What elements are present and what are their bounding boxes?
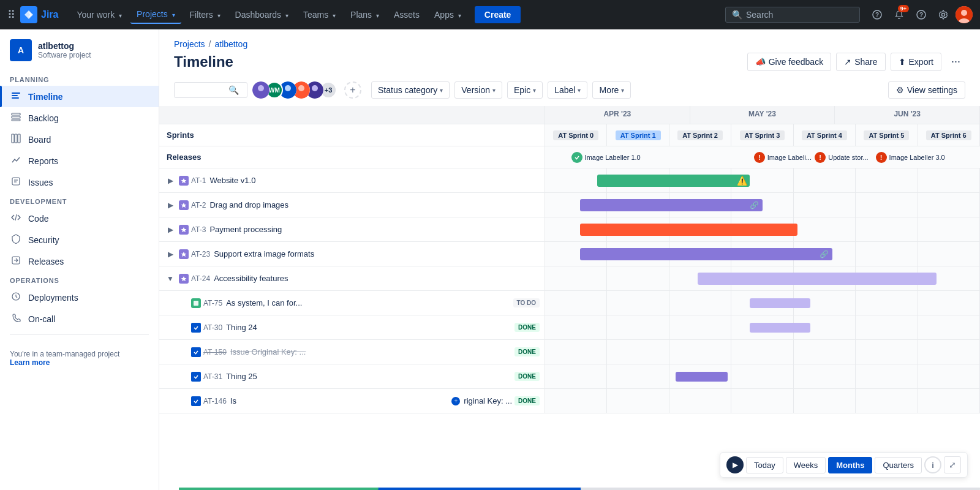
more-filter[interactable]: More ▾ xyxy=(592,81,631,99)
at24-gantt-bar[interactable] xyxy=(698,273,937,285)
avatar-1[interactable] xyxy=(252,81,270,99)
nav-assets[interactable]: Assets xyxy=(388,6,426,23)
help-icon[interactable]: ? xyxy=(911,5,931,24)
at150-status: DONE xyxy=(514,347,540,356)
at75-type-icon xyxy=(191,298,201,308)
svg-rect-12 xyxy=(18,134,20,143)
nav-plans[interactable]: Plans ▾ xyxy=(344,6,385,23)
nav-filters[interactable]: Filters ▾ xyxy=(184,6,227,23)
at150-right xyxy=(545,340,980,364)
info-button[interactable]: i xyxy=(924,456,941,473)
bottom-navigation-bar: ▶ Today Weeks Months Quarters i ⤢ xyxy=(720,452,968,478)
month-may: MAY '23 xyxy=(690,106,835,124)
sidebar-releases-label: Releases xyxy=(28,257,64,266)
epic-filter[interactable]: Epic ▾ xyxy=(507,81,543,99)
sidebar-item-releases[interactable]: Releases xyxy=(0,251,159,272)
at3-gantt-bar[interactable] xyxy=(580,224,797,236)
sidebar-item-backlog[interactable]: Backlog xyxy=(0,107,159,129)
nav-projects[interactable]: Projects ▾ xyxy=(130,6,181,24)
settings-icon[interactable] xyxy=(933,5,953,24)
version-filter[interactable]: Version ▾ xyxy=(454,81,502,99)
issue-row-at30: ▶ AT-30 Thing 24 DONE xyxy=(159,315,980,340)
user-avatar[interactable] xyxy=(956,6,973,23)
timeline-icon xyxy=(10,91,22,102)
sidebar-item-issues[interactable]: Issues xyxy=(0,172,159,193)
sidebar-item-deployments[interactable]: Deployments xyxy=(0,287,159,308)
at150-left: ▶ AT-150 Issue Original Key: ... DONE xyxy=(159,340,545,364)
at146-add-btn[interactable]: + xyxy=(451,397,460,405)
sprint-4-badge: AT Sprint 4 xyxy=(802,130,847,140)
issue-row-at75: ▶ AT-75 As system, I can for... TO DO xyxy=(159,291,980,315)
filter-search-input[interactable] xyxy=(179,85,228,95)
sidebar-item-reports[interactable]: Reports xyxy=(0,150,159,172)
sidebar-deployments-label: Deployments xyxy=(28,293,78,303)
status-category-filter[interactable]: Status category ▾ xyxy=(371,81,450,99)
releases-icon xyxy=(10,255,22,267)
add-person-button[interactable]: + xyxy=(344,81,361,99)
jira-logo[interactable]: Jira xyxy=(20,6,58,23)
expand-button[interactable]: ⤢ xyxy=(944,456,961,473)
months-button[interactable]: Months xyxy=(828,457,872,473)
sidebar-item-security[interactable]: Security xyxy=(0,229,159,251)
filter-search-box[interactable]: 🔍 xyxy=(174,82,247,98)
at1-expand[interactable]: ▶ xyxy=(164,175,176,187)
next-period-button[interactable]: ▶ xyxy=(726,456,744,473)
at23-expand[interactable]: ▶ xyxy=(164,248,176,260)
weeks-button[interactable]: Weeks xyxy=(786,457,826,473)
project-icon: A xyxy=(10,39,32,61)
breadcrumb-projects[interactable]: Projects xyxy=(174,39,205,49)
timeline-wrapper: APR '23 MAY '23 JUN '23 Sprints AT Sprin… xyxy=(159,106,980,490)
filter-search-icon: 🔍 xyxy=(228,85,239,95)
at3-expand[interactable]: ▶ xyxy=(164,224,176,236)
at23-key: AT-23 xyxy=(191,250,210,258)
sidebar-item-timeline[interactable]: Timeline xyxy=(0,86,159,107)
search-icon: 🔍 xyxy=(732,10,742,20)
today-button[interactable]: Today xyxy=(746,457,783,473)
share-button[interactable]: ↗ Share xyxy=(836,53,885,71)
export-button[interactable]: ⬆ Export xyxy=(891,53,941,71)
at1-summary: Website v1.0 xyxy=(209,176,540,185)
sidebar-item-board[interactable]: Board xyxy=(0,129,159,150)
sidebar-item-oncall[interactable]: On-call xyxy=(0,308,159,330)
release-2-icon: ! xyxy=(754,152,765,163)
at31-right xyxy=(545,364,980,388)
at24-expand[interactable]: ▼ xyxy=(164,273,176,285)
label-filter[interactable]: Label ▾ xyxy=(548,81,587,99)
epic-chevron: ▾ xyxy=(533,87,536,94)
at146-type-icon xyxy=(191,396,201,406)
nav-your-work[interactable]: Your work ▾ xyxy=(70,6,128,23)
release-2: ! Image Labeli... xyxy=(754,152,812,163)
at150-summary: Issue Original Key: ... xyxy=(230,347,512,356)
at2-expand[interactable]: ▶ xyxy=(164,199,176,211)
nav-teams[interactable]: Teams ▾ xyxy=(297,6,342,23)
sidebar-item-code[interactable]: Code xyxy=(0,208,159,229)
sidebar-timeline-label: Timeline xyxy=(28,92,63,102)
at23-summary: Support extra image formats xyxy=(214,249,540,258)
apps-grid-icon[interactable]: ⠿ xyxy=(7,8,15,21)
breadcrumb-project-name[interactable]: atlbettog xyxy=(214,39,247,49)
search-input[interactable] xyxy=(746,10,844,20)
quarters-button[interactable]: Quarters xyxy=(875,457,922,473)
at75-gantt-bar[interactable] xyxy=(750,298,810,308)
at3-key: AT-3 xyxy=(191,225,206,234)
at1-gantt-bar[interactable]: ⚠️ xyxy=(597,175,750,187)
releases-row: Releases Image Labeller 1.0 ! xyxy=(159,146,980,168)
help-circle-icon[interactable]: ? xyxy=(867,5,887,24)
notifications-icon[interactable]: 9+ xyxy=(889,5,909,24)
view-settings-button[interactable]: ⚙ View settings xyxy=(888,81,965,99)
view-settings-label: View settings xyxy=(907,85,957,95)
sprints-content: AT Sprint 0 AT Sprint 1 AT Sprint 2 AT S… xyxy=(545,124,980,146)
nav-dashboards[interactable]: Dashboards ▾ xyxy=(229,6,295,23)
give-feedback-button[interactable]: 📣 Give feedback xyxy=(747,53,832,71)
learn-more-link[interactable]: Learn more xyxy=(10,358,50,367)
at2-gantt-bar[interactable]: 🔗 xyxy=(580,199,763,211)
more-actions-button[interactable]: ··· xyxy=(946,51,965,72)
search-box[interactable]: 🔍 xyxy=(725,7,860,23)
at31-gantt-bar[interactable] xyxy=(676,372,728,382)
at1-key: AT-1 xyxy=(191,176,206,185)
share-label: Share xyxy=(854,57,877,67)
at30-gantt-bar[interactable] xyxy=(750,323,810,333)
at23-gantt-bar[interactable]: 🔗 xyxy=(580,248,832,260)
nav-apps[interactable]: Apps ▾ xyxy=(428,6,467,23)
create-button[interactable]: Create xyxy=(475,6,521,23)
